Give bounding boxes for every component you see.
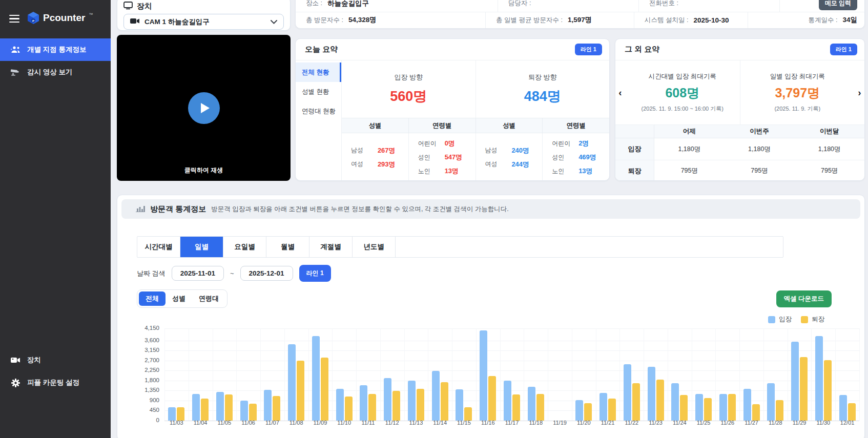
memo-input-button[interactable]: 메모 입력 [819, 0, 857, 10]
tab-overall-status[interactable]: 전체 현황 [296, 62, 341, 82]
bar-퇴장-11/27[interactable] [752, 404, 760, 421]
sidebar-item-devices[interactable]: 장치 [0, 349, 111, 371]
entry-direction-value: 560명 [390, 87, 427, 106]
bar-입장-11/20[interactable] [575, 400, 583, 421]
bar-입장-11/28[interactable] [767, 383, 775, 421]
play-button[interactable] [188, 92, 220, 124]
bar-입장-11/06[interactable] [240, 401, 248, 421]
bar-입장-11/08[interactable] [288, 344, 296, 421]
bar-입장-11/14[interactable] [432, 371, 440, 421]
filter-all[interactable]: 전체 [139, 291, 166, 306]
bar-퇴장-11/09[interactable] [321, 358, 328, 421]
sidebar-item-label: 장치 [27, 356, 41, 365]
y-gridline [164, 370, 859, 371]
bar-퇴장-11/29[interactable] [800, 357, 808, 421]
line-badge[interactable]: 라인 1 [575, 44, 602, 55]
bar-퇴장-11/03[interactable] [177, 407, 184, 421]
bar-퇴장-11/30[interactable] [824, 360, 832, 421]
bar-입장-11/16[interactable] [480, 330, 487, 421]
bar-퇴장-11/13[interactable] [417, 389, 424, 421]
bar-입장-11/27[interactable] [743, 389, 751, 421]
bar-입장-11/26[interactable] [719, 394, 727, 421]
tab-seasonal[interactable]: 계절별 [309, 237, 353, 257]
legend-item-퇴장[interactable]: 퇴장 [801, 315, 824, 324]
video-player[interactable]: 클릭하여 재생 [117, 35, 291, 181]
bar-입장-12/01[interactable] [839, 395, 847, 421]
tab-monthly[interactable]: 월별 [266, 237, 309, 257]
bar-입장-11/10[interactable] [336, 389, 344, 421]
bar-입장-11/17[interactable] [504, 381, 511, 421]
female-value: 244명 [511, 160, 533, 169]
bar-입장-11/30[interactable] [815, 336, 823, 421]
bar-입장-11/05[interactable] [216, 392, 224, 421]
bar-퇴장-11/26[interactable] [728, 394, 736, 421]
bar-입장-11/22[interactable] [624, 364, 631, 421]
excel-download-button[interactable]: 엑셀 다운로드 [776, 290, 832, 307]
sidebar-item-site-statistics[interactable]: 개별 지점 통계정보 [0, 38, 111, 61]
bar-입장-11/23[interactable] [648, 367, 655, 421]
line-badge[interactable]: 라인 1 [830, 44, 857, 55]
bar-입장-11/11[interactable] [360, 385, 367, 421]
x-gridline [572, 328, 572, 421]
bar-입장-11/21[interactable] [600, 393, 607, 421]
x-gridline [692, 328, 692, 421]
filter-age[interactable]: 연령대 [192, 291, 225, 306]
bar-퇴장-11/06[interactable] [249, 404, 257, 421]
bar-입장-11/12[interactable] [384, 378, 391, 421]
bar-퇴장-11/28[interactable] [776, 400, 783, 421]
tab-daily[interactable]: 일별 [180, 237, 223, 257]
bar-퇴장-11/22[interactable] [632, 383, 640, 421]
bar-입장-11/07[interactable] [264, 390, 272, 421]
bar-퇴장-11/21[interactable] [608, 399, 616, 421]
bar-입장-11/25[interactable] [695, 394, 703, 421]
camera-select[interactable]: CAM 1 하늘숲길입구 [123, 14, 284, 30]
bar-입장-11/13[interactable] [408, 381, 416, 421]
x-gridline [356, 328, 357, 421]
bar-퇴장-11/08[interactable] [297, 361, 304, 421]
sidebar: P Pcounter ™ 개별 지점 통계정보 감시 영상 보기 [0, 0, 111, 438]
sidebar-item-watch-video[interactable]: 감시 영상 보기 [0, 61, 111, 84]
tab-age-status[interactable]: 연령대 현황 [296, 101, 341, 121]
bar-퇴장-11/11[interactable] [368, 394, 376, 421]
x-gridline [715, 328, 716, 421]
bar-퇴장-11/12[interactable] [392, 391, 400, 421]
bar-퇴장-11/23[interactable] [656, 380, 664, 421]
tab-hourly[interactable]: 시간대별 [137, 237, 180, 257]
bar-입장-11/18[interactable] [528, 387, 535, 421]
sidebar-item-label: 피플 카운팅 설정 [27, 378, 79, 387]
bar-퇴장-11/24[interactable] [680, 395, 688, 421]
filter-gender[interactable]: 성별 [166, 291, 192, 306]
bar-입장-11/09[interactable] [312, 336, 320, 421]
bar-퇴장-11/20[interactable] [584, 403, 592, 421]
bar-입장-11/03[interactable] [168, 407, 176, 421]
legend-label: 입장 [779, 315, 792, 324]
bar-퇴장-11/15[interactable] [464, 407, 472, 421]
date-to-input[interactable]: 2025-12-01 [240, 266, 293, 281]
bar-입장-11/04[interactable] [192, 394, 200, 421]
sidebar-item-people-counting-settings[interactable]: 피플 카운팅 설정 [0, 371, 111, 394]
bar-입장-11/24[interactable] [671, 383, 679, 421]
bar-퇴장-11/14[interactable] [441, 382, 448, 421]
date-from-input[interactable]: 2025-11-01 [172, 266, 224, 281]
app-logo[interactable]: P Pcounter ™ [27, 11, 93, 26]
bar-퇴장-11/25[interactable] [704, 398, 712, 421]
bar-퇴장-11/10[interactable] [345, 397, 353, 421]
bar-퇴장-11/17[interactable] [512, 394, 520, 421]
bar-퇴장-11/18[interactable] [536, 394, 544, 421]
bar-퇴장-11/04[interactable] [201, 399, 209, 421]
legend-item-입장[interactable]: 입장 [768, 315, 792, 324]
carousel-next-icon[interactable]: › [855, 60, 864, 124]
x-gridline [524, 328, 524, 421]
carousel-prev-icon[interactable]: ‹ [615, 60, 625, 124]
bar-퇴장-11/16[interactable] [488, 376, 496, 421]
tab-gender-status[interactable]: 성별 현황 [296, 82, 341, 101]
tab-yearly[interactable]: 년도별 [353, 237, 396, 257]
bar-퇴장-11/05[interactable] [225, 394, 233, 421]
bar-입장-11/29[interactable] [791, 342, 799, 421]
tab-day-of-week[interactable]: 요일별 [223, 237, 266, 257]
line-select-button[interactable]: 라인 1 [299, 265, 331, 282]
menu-icon[interactable] [9, 15, 19, 23]
bar-퇴장-11/07[interactable] [273, 396, 280, 421]
bar-입장-11/15[interactable] [456, 389, 463, 421]
bar-퇴장-12/01[interactable] [848, 403, 856, 421]
